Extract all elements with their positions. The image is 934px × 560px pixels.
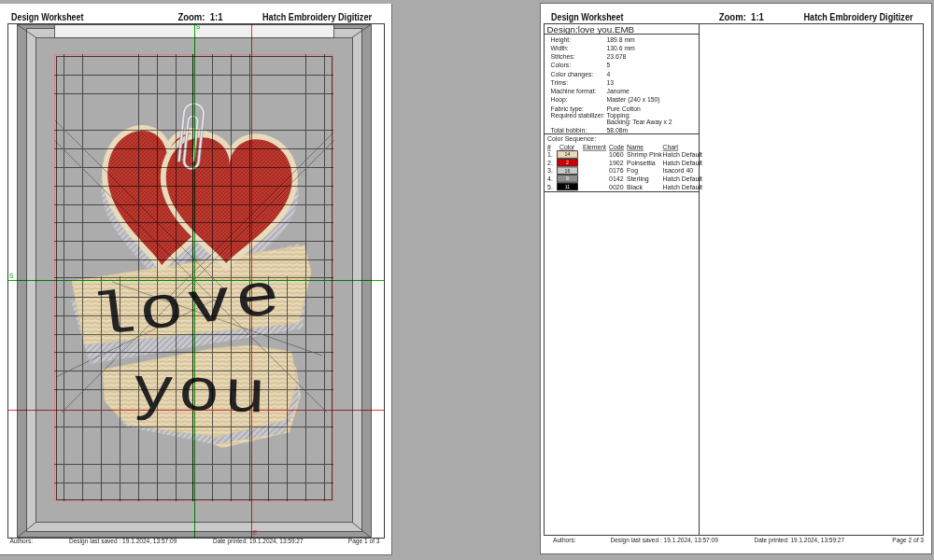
svg-text:Hoop:: Hoop:: [551, 96, 568, 104]
svg-text:Hatch Default: Hatch Default: [663, 184, 702, 190]
svg-text:Element: Element: [583, 144, 606, 150]
svg-text:Authors:: Authors:: [10, 538, 34, 544]
svg-text:Design Worksheet: Design Worksheet: [551, 11, 624, 22]
svg-text:Isacord 40: Isacord 40: [663, 167, 694, 174]
svg-text:Janome: Janome: [607, 88, 630, 94]
svg-text:130.6 mm: 130.6 mm: [607, 45, 636, 51]
svg-text:0020: 0020: [609, 184, 624, 190]
svg-text:Zoom: 1:1: Zoom: 1:1: [719, 11, 764, 22]
svg-text:0142: 0142: [609, 175, 624, 182]
svg-text:4: 4: [607, 71, 611, 77]
svg-text:Required stabilizer:: Required stabilizer:: [551, 112, 605, 119]
svg-text:E: E: [253, 529, 258, 536]
svg-text:16: 16: [565, 168, 571, 174]
svg-text:189.8 mm: 189.8 mm: [607, 36, 636, 43]
svg-text:Color changes:: Color changes:: [551, 71, 594, 78]
svg-text:Master (240 x 150): Master (240 x 150): [607, 96, 660, 104]
svg-text:1902: 1902: [609, 160, 624, 166]
svg-text:Hatch Default: Hatch Default: [663, 175, 702, 182]
svg-text:Total bobbin:: Total bobbin:: [551, 127, 587, 133]
svg-text:Height:: Height:: [551, 36, 572, 44]
svg-text:Code: Code: [609, 144, 624, 150]
svg-text:#: #: [547, 144, 551, 150]
svg-text:5: 5: [607, 62, 611, 68]
svg-text:58.08m: 58.08m: [607, 127, 629, 133]
svg-text:Chart: Chart: [663, 144, 679, 150]
svg-text:Color: Color: [559, 144, 575, 150]
svg-text:Design Worksheet: Design Worksheet: [11, 11, 84, 22]
svg-text:Hatch Default: Hatch Default: [663, 160, 702, 166]
svg-text:Authors:: Authors:: [553, 537, 576, 543]
svg-text:S: S: [196, 23, 201, 30]
svg-text:Color Sequence:: Color Sequence:: [547, 135, 596, 143]
svg-text:3.: 3.: [547, 167, 553, 174]
svg-text:Shrimp Pink: Shrimp Pink: [627, 151, 662, 159]
svg-text:Fog: Fog: [627, 167, 638, 175]
svg-text:Page 1 of 3: Page 1 of 3: [348, 538, 380, 545]
svg-text:Date printed: 19.1.2024, 13:59: Date printed: 19.1.2024, 13:59:27: [755, 537, 845, 544]
svg-text:11: 11: [565, 184, 570, 189]
svg-text:2.: 2.: [547, 160, 553, 166]
svg-text:Poinsettia: Poinsettia: [627, 160, 656, 166]
svg-text:Black: Black: [627, 184, 644, 190]
svg-text:Hatch Default: Hatch Default: [663, 151, 702, 158]
svg-text:Hatch Embroidery Digitizer: Hatch Embroidery Digitizer: [262, 11, 373, 22]
svg-text:Zoom: 1:1: Zoom: 1:1: [177, 11, 222, 22]
svg-text:Sterling: Sterling: [627, 175, 649, 183]
svg-text:S: S: [9, 273, 14, 279]
svg-text:Hatch Embroidery Digitizer: Hatch Embroidery Digitizer: [804, 11, 914, 22]
svg-text:Pure Cotton: Pure Cotton: [607, 105, 641, 112]
svg-text:Design last saved : 19.1.2024,: Design last saved : 19.1.2024, 13:57:09: [611, 537, 719, 544]
svg-text:1.: 1.: [547, 151, 553, 158]
svg-text:5.: 5.: [547, 184, 553, 190]
svg-text:1060: 1060: [609, 151, 624, 158]
svg-text:0176: 0176: [609, 167, 624, 174]
svg-text:Width:: Width:: [551, 45, 569, 51]
svg-text:Machine format:: Machine format:: [551, 88, 597, 94]
svg-text:Stitches:: Stitches:: [551, 53, 575, 60]
svg-text:Backing: Tear Away x 2: Backing: Tear Away x 2: [607, 119, 672, 126]
svg-text:Design:love you.EMB: Design:love you.EMB: [547, 24, 635, 35]
svg-text:13: 13: [607, 79, 615, 86]
svg-text:Trims:: Trims:: [551, 79, 569, 86]
svg-text:14: 14: [565, 151, 571, 157]
svg-text:4.: 4.: [547, 175, 553, 182]
svg-text:Design last saved : 19.1.2024,: Design last saved : 19.1.2024, 13:57:09: [69, 538, 177, 545]
svg-text:Colors:: Colors:: [551, 62, 572, 68]
svg-text:Date printed: 19.1.2024, 13:59: Date printed: 19.1.2024, 13:59:27: [213, 538, 304, 545]
svg-text:2: 2: [566, 160, 569, 165]
svg-text:9: 9: [566, 175, 569, 181]
svg-text:23.678: 23.678: [607, 53, 627, 60]
svg-text:you: you: [131, 358, 270, 430]
svg-text:Page 2 of 3: Page 2 of 3: [892, 537, 924, 544]
svg-text:Name: Name: [627, 144, 644, 150]
